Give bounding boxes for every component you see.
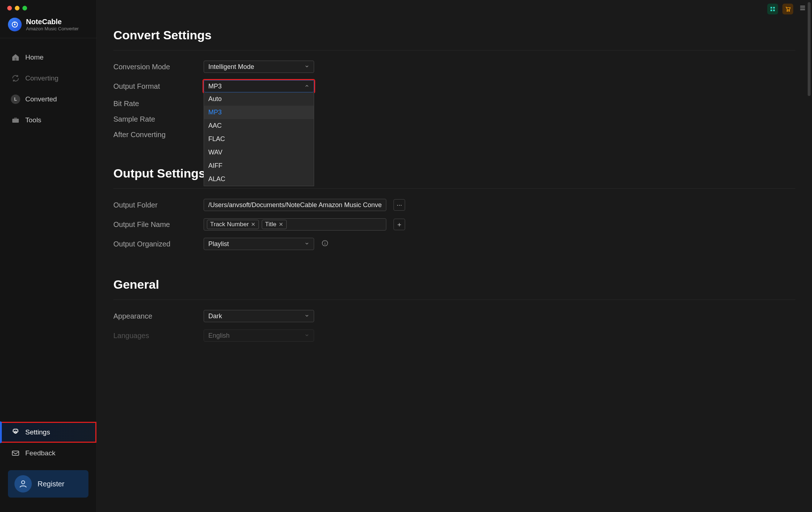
scrollbar[interactable]	[808, 2, 811, 510]
sidebar-item-feedback[interactable]: Feedback	[0, 443, 96, 464]
maximize-window-button[interactable]	[22, 6, 27, 10]
toolbox-icon	[11, 115, 20, 125]
sidebar-item-tools[interactable]: Tools	[0, 110, 96, 131]
cart-button[interactable]	[782, 4, 793, 14]
sidebar-item-label: Converted	[25, 95, 57, 103]
label-sample-rate: Sample Rate	[113, 115, 196, 123]
output-file-name-input[interactable]: Track Number ✕ Title ✕	[204, 218, 386, 231]
svg-rect-8	[770, 7, 772, 9]
field-output-organized: Output Organized Playlist	[113, 238, 795, 250]
svg-rect-9	[773, 7, 775, 9]
sidebar-lower: Settings Feedback Register	[0, 422, 96, 512]
svg-rect-10	[770, 9, 772, 11]
output-format-option[interactable]: ALAC	[204, 172, 314, 186]
app-subtitle: Amazon Music Converter	[26, 26, 79, 31]
register-button[interactable]: Register	[8, 470, 88, 498]
output-format-option[interactable]: AAC	[204, 119, 314, 132]
browse-folder-button[interactable]: ···	[394, 199, 405, 211]
svg-point-1	[14, 24, 16, 25]
sidebar-item-label: Settings	[25, 428, 50, 436]
remove-tag-icon[interactable]: ✕	[279, 221, 283, 228]
output-folder-input[interactable]: /Users/anvsoft/Documents/NoteCable Amazo…	[204, 199, 386, 211]
scrollbar-thumb[interactable]	[808, 2, 811, 96]
register-label: Register	[38, 480, 64, 488]
svg-point-7	[22, 481, 25, 484]
sidebar-item-converting[interactable]: Converting	[0, 68, 96, 89]
appearance-select[interactable]: Dark	[204, 310, 314, 322]
appearance-value: Dark	[208, 312, 222, 320]
field-output-folder: Output Folder /Users/anvsoft/Documents/N…	[113, 199, 795, 211]
app-name: NoteCable	[26, 18, 79, 26]
sidebar-item-converted[interactable]: L Converted	[0, 89, 96, 110]
brand: NoteCable Amazon Music Converter	[0, 10, 96, 38]
output-format-option[interactable]: MP3	[204, 106, 314, 119]
svg-rect-3	[12, 119, 19, 123]
chevron-down-icon	[304, 240, 309, 248]
sidebar: NoteCable Amazon Music Converter Home Co…	[0, 0, 97, 512]
languages-select[interactable]: English	[204, 329, 314, 342]
languages-value: English	[208, 332, 230, 340]
field-appearance: Appearance Dark	[113, 310, 795, 322]
label-after-converting: After Converting	[113, 131, 196, 139]
output-format-option[interactable]: WAV	[204, 146, 314, 159]
menu-button[interactable]	[798, 4, 808, 14]
field-output-format: Output Format MP3 Auto MP3 AAC FLAC WAV …	[113, 80, 795, 92]
home-icon	[11, 53, 20, 62]
plus-icon: ＋	[396, 220, 403, 229]
label-output-file-name: Output File Name	[113, 220, 196, 229]
label-appearance: Appearance	[113, 312, 196, 320]
add-filename-tag-button[interactable]: ＋	[394, 219, 405, 230]
chevron-down-icon	[304, 63, 309, 71]
mail-icon	[11, 448, 20, 458]
label-output-folder: Output Folder	[113, 201, 196, 209]
output-organized-select[interactable]: Playlist	[204, 238, 314, 250]
remove-tag-icon[interactable]: ✕	[251, 221, 256, 228]
user-icon	[14, 475, 32, 493]
output-format-option[interactable]: Auto	[204, 92, 314, 106]
field-conversion-mode: Conversion Mode Intelligent Mode	[113, 61, 795, 73]
chevron-down-icon	[304, 312, 309, 320]
apps-button[interactable]	[767, 4, 778, 14]
svg-rect-2	[15, 58, 17, 61]
chevron-up-icon	[304, 83, 309, 90]
svg-point-12	[787, 10, 787, 11]
output-format-select[interactable]: MP3	[204, 80, 314, 92]
filename-tag-label: Track Number	[210, 221, 249, 228]
ellipsis-icon: ···	[396, 201, 402, 209]
sidebar-item-home[interactable]: Home	[0, 47, 96, 68]
svg-rect-6	[12, 451, 19, 455]
sidebar-item-label: Tools	[25, 116, 41, 124]
output-format-value: MP3	[208, 83, 222, 90]
label-output-organized: Output Organized	[113, 240, 196, 248]
label-bit-rate: Bit Rate	[113, 100, 196, 108]
converted-badge-icon: L	[11, 95, 20, 104]
label-languages: Languages	[113, 332, 196, 340]
window-controls	[0, 0, 96, 10]
output-folder-value: /Users/anvsoft/Documents/NoteCable Amazo…	[208, 201, 382, 209]
sidebar-item-label: Feedback	[25, 449, 55, 457]
field-output-file-name: Output File Name Track Number ✕ Title ✕ …	[113, 218, 795, 231]
sidebar-item-label: Converting	[25, 74, 58, 82]
minimize-window-button[interactable]	[15, 6, 19, 10]
info-icon[interactable]	[321, 240, 329, 248]
sidebar-item-settings[interactable]: Settings	[0, 422, 96, 443]
output-format-select-wrap: MP3 Auto MP3 AAC FLAC WAV AIFF ALAC	[204, 80, 314, 92]
section-title-general: General	[113, 257, 795, 300]
sidebar-nav: Home Converting L Converted Tools	[0, 38, 96, 422]
gear-icon	[11, 428, 20, 437]
output-organized-value: Playlist	[208, 240, 229, 248]
svg-rect-11	[773, 9, 775, 11]
filename-tag-label: Title	[265, 221, 277, 228]
output-format-option[interactable]: AIFF	[204, 159, 314, 172]
filename-tag[interactable]: Title ✕	[262, 220, 287, 229]
topbar	[767, 4, 808, 14]
label-output-format: Output Format	[113, 82, 196, 91]
close-window-button[interactable]	[7, 6, 12, 10]
conversion-mode-select[interactable]: Intelligent Mode	[204, 61, 314, 73]
refresh-icon	[11, 74, 20, 83]
field-languages: Languages English	[113, 329, 795, 342]
conversion-mode-value: Intelligent Mode	[208, 63, 254, 71]
app-logo-icon	[8, 18, 22, 31]
output-format-option[interactable]: FLAC	[204, 132, 314, 146]
filename-tag[interactable]: Track Number ✕	[207, 220, 259, 229]
